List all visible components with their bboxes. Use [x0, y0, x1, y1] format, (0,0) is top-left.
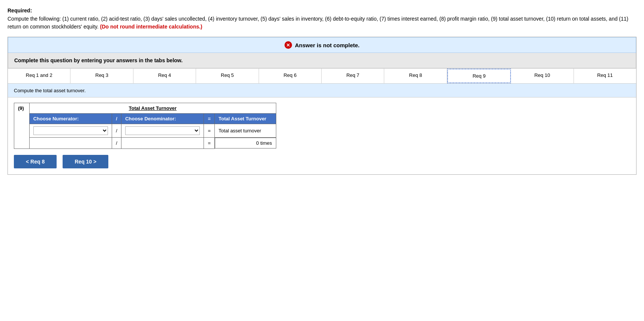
result-header: Total Asset Turnover — [219, 116, 267, 122]
required-title: Required: — [7, 8, 637, 14]
ratio-table: (9) Total Asset Turnover Choose Numerato… — [14, 103, 276, 149]
tab-req6[interactable]: Req 6 — [259, 69, 322, 83]
slash-header: / — [116, 116, 117, 122]
required-text: Compute the following: (1) current ratio… — [7, 15, 637, 31]
answer-container: ✕ Answer is not complete. Complete this … — [7, 37, 637, 175]
result-label: Total asset turnover — [219, 128, 261, 134]
equals-header: = — [208, 116, 211, 122]
equals-2: = — [208, 140, 211, 146]
numerator-header: Choose Numerator: — [33, 116, 79, 122]
nav-buttons: < Req 8 Req 10 > — [14, 155, 630, 168]
tab-req7[interactable]: Req 7 — [322, 69, 384, 83]
prev-button[interactable]: < Req 8 — [14, 155, 57, 168]
complete-question-text: Complete this question by entering your … — [14, 57, 183, 63]
denominator-select[interactable] — [125, 126, 200, 135]
prev-label: < Req 8 — [26, 159, 45, 165]
alert-icon: ✕ — [285, 41, 292, 49]
data-row-1: / = Total asset turnover — [14, 124, 276, 138]
title-row: (9) Total Asset Turnover — [14, 103, 276, 114]
tabs-row: Req 1 and 2 Req 3 Req 4 Req 5 Req 6 Req … — [8, 68, 636, 84]
header-row: Choose Numerator: / Choose Denominator: … — [14, 114, 276, 124]
equals-1: = — [208, 128, 211, 134]
tab-content-area: Compute the total asset turnover. — [8, 84, 636, 98]
required-section: Required: Compute the following: (1) cur… — [7, 8, 637, 31]
tab-req8[interactable]: Req 8 — [384, 69, 447, 83]
table-title: Total Asset Turnover — [129, 105, 177, 111]
no-round-warning: (Do not round intermediate calculations.… — [100, 24, 202, 30]
complete-question-box: Complete this question by entering your … — [8, 53, 636, 68]
unit-label: times — [260, 140, 272, 146]
alert-content: ✕ Answer is not complete. — [12, 41, 632, 49]
alert-box: ✕ Answer is not complete. — [8, 37, 636, 53]
alert-message: Answer is not complete. — [295, 42, 360, 48]
tab-instruction: Compute the total asset turnover. — [14, 88, 86, 93]
tab-req5[interactable]: Req 5 — [196, 69, 259, 83]
slash-1: / — [116, 128, 117, 134]
tab-req4[interactable]: Req 4 — [133, 69, 196, 83]
next-label: Req 10 > — [75, 159, 96, 165]
numerator-select[interactable] — [33, 126, 108, 135]
data-row-2: / = 0 times — [14, 138, 276, 149]
table-section: (9) Total Asset Turnover Choose Numerato… — [8, 98, 636, 174]
tab-req3[interactable]: Req 3 — [70, 69, 133, 83]
tab-req1and2[interactable]: Req 1 and 2 — [8, 69, 70, 83]
row-number: (9) — [14, 103, 30, 149]
denominator-header: Choose Denominator: — [125, 116, 176, 122]
tab-req11[interactable]: Req 11 — [574, 69, 636, 83]
tab-req10[interactable]: Req 10 — [511, 69, 574, 83]
slash-2: / — [116, 140, 117, 146]
value-display: 0 — [219, 140, 259, 146]
next-button[interactable]: Req 10 > — [63, 155, 108, 168]
tab-req9[interactable]: Req 9 — [447, 69, 511, 83]
